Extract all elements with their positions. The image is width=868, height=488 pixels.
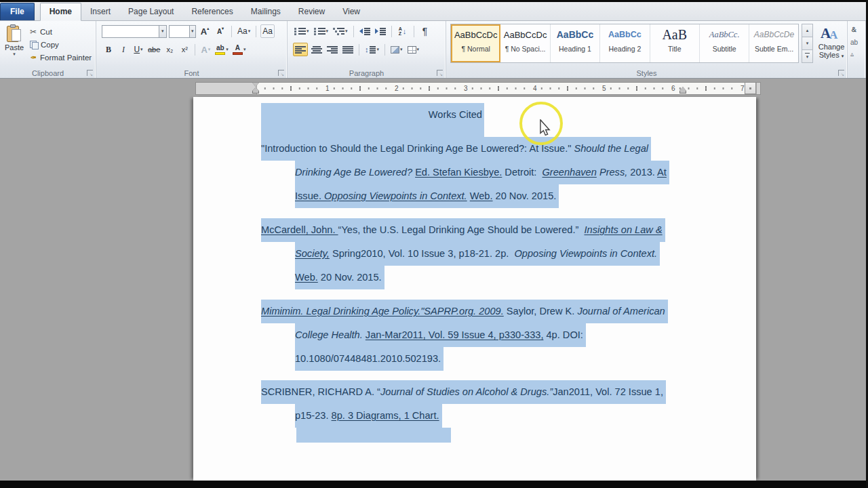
clipboard-group: Paste ▾ ✂ Cut Copy ✒ Format Painter Clip… xyxy=(0,21,96,78)
tab-file[interactable]: File xyxy=(0,3,35,20)
underline-button[interactable]: U▾ xyxy=(132,43,145,56)
font-size-combobox[interactable]: ▾ xyxy=(169,25,196,38)
paste-dropdown-caret[interactable]: ▾ xyxy=(1,52,28,57)
shading-button[interactable]: ▾ xyxy=(389,43,404,56)
horizontal-ruler[interactable]: 1234567 xyxy=(195,82,761,95)
font-size-dropdown-caret[interactable]: ▾ xyxy=(189,26,195,37)
text-effects-button[interactable]: A▾ xyxy=(199,43,212,56)
paste-clipboard-icon xyxy=(7,24,22,43)
citation-1-line-2[interactable]: Drinking Age Be Lowered? Ed. Stefan Kies… xyxy=(295,161,669,184)
multilevel-list-button[interactable]: ▾ xyxy=(332,24,349,38)
decrease-indent-button[interactable] xyxy=(358,24,372,38)
tab-review[interactable]: Review xyxy=(290,3,334,20)
change-case-button[interactable]: Aa▾ xyxy=(236,24,252,38)
citation-3-line-3[interactable]: 10.1080/07448481.2010.502193. xyxy=(295,347,443,371)
paste-button[interactable]: Paste ▾ xyxy=(1,23,28,73)
styles-group: AaBbCcDc¶ NormalAaBbCcDc¶ No Spaci...AaB… xyxy=(446,21,848,78)
copy-button[interactable]: Copy xyxy=(30,38,92,51)
citation-3-line-1[interactable]: Mimimim. Legal Drinking Age Policy."SAPR… xyxy=(261,300,668,323)
cut-button[interactable]: ✂ Cut xyxy=(30,25,92,38)
style-item-h2[interactable]: AaBbCcHeading 2 xyxy=(600,24,650,62)
indent-marker[interactable] xyxy=(252,83,259,94)
right-indent-marker[interactable] xyxy=(679,87,686,94)
change-styles-button[interactable]: AA Change Styles ▾ xyxy=(816,24,846,66)
justify-icon xyxy=(342,46,353,54)
align-center-button[interactable] xyxy=(310,43,323,56)
replace-icon[interactable]: ab xyxy=(850,39,858,46)
bulleted-list-icon xyxy=(294,28,306,35)
citation-1-line-3[interactable]: Issue. Opposing Viewpoints in Context. W… xyxy=(295,184,559,208)
citation-text-run: 20 Nov. 2015. xyxy=(318,272,382,283)
citation-text-run: Journal of Studies on Alcohol & Drugs.” xyxy=(380,386,553,397)
increase-indent-button[interactable] xyxy=(374,24,387,38)
citation-text-run: Press, xyxy=(597,167,627,178)
borders-button[interactable]: ▾ xyxy=(406,43,421,56)
tab-view[interactable]: View xyxy=(334,3,369,20)
highlight-color-button[interactable]: ab ▾ xyxy=(214,43,230,56)
line-spacing-button[interactable]: ↕ ▾ xyxy=(363,43,380,56)
tab-page-layout[interactable]: Page Layout xyxy=(119,3,182,20)
bullets-button[interactable]: ▾ xyxy=(293,24,311,38)
font-color-button[interactable]: A ▾ xyxy=(231,43,248,56)
font-color-icon: A xyxy=(233,45,243,55)
align-left-button[interactable] xyxy=(293,43,308,56)
citation-2-line-1[interactable]: McCardell, John. “Yes, the U.S. Legal Dr… xyxy=(261,218,665,242)
style-item-h1[interactable]: AaBbCсHeading 1 xyxy=(551,24,600,62)
italic-button[interactable]: I xyxy=(117,43,130,56)
document-title[interactable]: Works Cited xyxy=(261,103,484,137)
style-item-nospace[interactable]: AaBbCcDc¶ No Spaci... xyxy=(500,24,550,62)
view-ruler-toggle-button[interactable] xyxy=(745,82,756,94)
font-name-combobox[interactable]: ▾ xyxy=(102,25,167,38)
citation-2-line-2[interactable]: Society, Spring2010, Vol. 10 Issue 3, p1… xyxy=(295,242,660,266)
styles-gallery-up-button[interactable]: ▴ xyxy=(802,24,813,37)
tab-mailings[interactable]: Mailings xyxy=(242,3,290,20)
numbered-list-icon xyxy=(314,28,326,35)
font-name-dropdown-caret[interactable]: ▾ xyxy=(159,26,166,37)
font-name-input[interactable] xyxy=(102,26,159,37)
style-item-subtle[interactable]: AaBbCcDеSubtle Em... xyxy=(749,24,799,62)
styles-gallery-down-button[interactable]: ▾ xyxy=(802,37,813,50)
find-icon[interactable]: ＆ xyxy=(850,25,858,35)
citation-text-run: SCRIBNER, RICHARD A. “ xyxy=(261,386,380,397)
font-dialog-launcher[interactable] xyxy=(278,70,284,76)
bold-button[interactable]: B xyxy=(102,43,115,56)
strikethrough-button[interactable]: abe xyxy=(146,43,161,56)
selected-blank-line[interactable] xyxy=(296,428,451,443)
citation-text-run: “Yes, the U.S. Legal Drinking Age Should… xyxy=(338,224,585,235)
style-item-title[interactable]: AaBTitle xyxy=(650,24,700,62)
style-item-subtitle[interactable]: AaBbCc.Subtitle xyxy=(700,24,749,62)
superscript-button[interactable]: x² xyxy=(178,43,191,56)
citation-text-run: Opposing Viewpoints in Context. xyxy=(324,190,467,201)
citation-4-line-2[interactable]: p15-23. 8p. 3 Diagrams, 1 Chart. xyxy=(295,404,442,428)
style-preview: AaBbCcDc xyxy=(452,30,499,40)
sort-button[interactable]: AZ ↓ xyxy=(396,24,410,38)
style-item-normal[interactable]: AaBbCcDc¶ Normal xyxy=(451,24,500,62)
document-page[interactable]: Works Cited "Introduction to Should the … xyxy=(193,97,756,481)
grow-font-button[interactable]: A▴ xyxy=(198,24,212,38)
clipboard-dialog-launcher[interactable] xyxy=(87,70,93,76)
styles-gallery-more-button[interactable]: ▾ xyxy=(802,50,813,63)
mouse-cursor xyxy=(539,119,551,139)
shrink-font-button[interactable]: A▾ xyxy=(214,24,227,38)
citation-4-line-1[interactable]: SCRIBNER, RICHARD A. “Journal of Studies… xyxy=(261,380,666,404)
citation-2-line-3[interactable]: Web. 20 Nov. 2015. xyxy=(295,266,384,289)
tab-insert[interactable]: Insert xyxy=(81,3,119,20)
citation-text-run: "Introduction to Should the Legal Drinki… xyxy=(261,143,574,154)
citation-3-line-2[interactable]: College Health. Jan-Mar2011, Vol. 59 Iss… xyxy=(295,323,586,347)
tab-references[interactable]: References xyxy=(182,3,241,20)
format-painter-button[interactable]: ✒ Format Painter xyxy=(30,51,92,64)
numbering-button[interactable]: ▾ xyxy=(313,24,330,38)
tab-home[interactable]: Home xyxy=(40,3,81,21)
select-cursor-icon[interactable]: ▵ xyxy=(850,50,858,58)
font-size-input[interactable] xyxy=(170,26,189,37)
video-letterbox-top xyxy=(0,0,868,2)
justify-button[interactable] xyxy=(341,43,355,56)
editing-group-clipped: ＆ ab ▵ xyxy=(848,21,866,78)
align-right-button[interactable] xyxy=(326,43,339,56)
subscript-button[interactable]: x₂ xyxy=(163,43,176,56)
show-hide-formatting-button[interactable]: ¶ xyxy=(418,24,432,38)
paragraph-dialog-launcher[interactable] xyxy=(437,70,443,76)
citation-1-line-1[interactable]: "Introduction to Should the Legal Drinki… xyxy=(261,137,651,161)
clear-formatting-button[interactable]: Aa xyxy=(260,24,275,38)
styles-dialog-launcher[interactable] xyxy=(838,70,844,76)
